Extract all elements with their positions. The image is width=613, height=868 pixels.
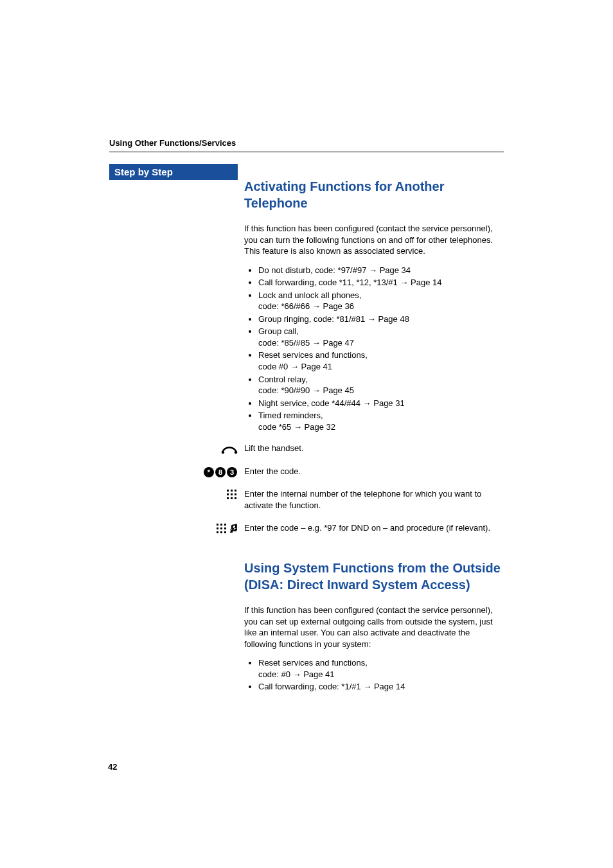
step-sidebar: Step by Step bbox=[109, 164, 238, 180]
section-heading-activating: Activating Functions for Another Telepho… bbox=[244, 178, 504, 211]
arrow-icon: → bbox=[312, 338, 323, 348]
svg-rect-8 bbox=[227, 497, 229, 499]
page-link[interactable]: Page 41 bbox=[303, 669, 334, 679]
svg-rect-14 bbox=[217, 527, 218, 529]
keypad-icon bbox=[180, 488, 238, 500]
svg-point-0 bbox=[222, 451, 224, 454]
section2-bullets: Reset services and functions, code: #0 →… bbox=[244, 657, 504, 693]
step-row: Enter the internal number of the telepho… bbox=[244, 488, 504, 511]
arrow-icon: → bbox=[363, 682, 374, 691]
svg-rect-7 bbox=[235, 493, 236, 495]
header-rule bbox=[109, 152, 504, 152]
arrow-icon: → bbox=[290, 362, 301, 371]
arrow-icon: → bbox=[369, 265, 380, 275]
svg-rect-5 bbox=[227, 493, 229, 495]
svg-rect-15 bbox=[220, 527, 222, 529]
arrow-icon: → bbox=[294, 422, 305, 432]
svg-rect-11 bbox=[217, 524, 218, 526]
svg-rect-18 bbox=[220, 531, 222, 533]
arrow-icon: → bbox=[312, 385, 323, 395]
svg-rect-12 bbox=[220, 524, 222, 526]
arrow-icon: → bbox=[368, 314, 378, 324]
list-item: Lock and unlock all phones, code: *66/#6… bbox=[258, 290, 504, 312]
page-link[interactable]: Page 36 bbox=[323, 301, 353, 311]
key-8-icon: 8 bbox=[215, 467, 226, 477]
key-star-icon: * bbox=[204, 467, 214, 477]
page-link[interactable]: Page 45 bbox=[323, 385, 353, 395]
document-page: Using Other Functions/Services Step by S… bbox=[0, 0, 613, 868]
arrow-icon: → bbox=[400, 278, 411, 287]
list-item: Reset services and functions, code #0 → … bbox=[258, 350, 504, 372]
svg-rect-4 bbox=[235, 490, 236, 492]
tone-icon bbox=[230, 524, 238, 534]
svg-rect-17 bbox=[217, 531, 218, 533]
list-item: Call forwarding, code: *1/#1 → Page 14 bbox=[258, 681, 504, 693]
page-number: 42 bbox=[108, 762, 117, 772]
keypad-tone-icon bbox=[180, 522, 238, 535]
svg-rect-3 bbox=[231, 490, 233, 492]
page-link[interactable]: Page 48 bbox=[378, 314, 409, 324]
code-star-8-3-icon: *83 bbox=[180, 466, 238, 477]
section1-intro: If this function has been configured (co… bbox=[244, 223, 504, 257]
step-text: Enter the code. bbox=[244, 466, 504, 477]
step-row: *83 Enter the code. bbox=[244, 466, 504, 477]
svg-rect-13 bbox=[224, 524, 226, 526]
svg-rect-6 bbox=[231, 493, 233, 495]
step-text: Lift the handset. bbox=[244, 443, 504, 454]
list-item: Control relay, code: *90/#90 → Page 45 bbox=[258, 374, 504, 396]
list-item: Group ringing, code: *81/#81 → Page 48 bbox=[258, 314, 504, 325]
page-link[interactable]: Page 14 bbox=[411, 278, 441, 287]
arrow-icon: → bbox=[293, 669, 304, 679]
list-item: Reset services and functions, code: #0 →… bbox=[258, 657, 504, 680]
svg-rect-16 bbox=[224, 527, 226, 529]
svg-rect-2 bbox=[227, 490, 229, 492]
section-heading-disa: Using System Functions from the Outside … bbox=[244, 560, 504, 593]
page-link[interactable]: Page 47 bbox=[323, 338, 353, 348]
list-item: Night service, code *44/#44 → Page 31 bbox=[258, 398, 504, 409]
svg-rect-10 bbox=[235, 497, 236, 499]
svg-rect-19 bbox=[224, 531, 226, 533]
page-link[interactable]: Page 41 bbox=[301, 362, 332, 371]
running-header: Using Other Functions/Services bbox=[109, 138, 504, 148]
page-link[interactable]: Page 32 bbox=[305, 422, 335, 432]
arrow-icon: → bbox=[363, 398, 374, 408]
main-content: Activating Functions for Another Telepho… bbox=[244, 178, 504, 693]
step-text: Enter the internal number of the telepho… bbox=[244, 488, 504, 511]
section1-bullets: Do not disturb, code: *97/#97 → Page 34 … bbox=[244, 265, 504, 433]
step-by-step-label: Step by Step bbox=[109, 164, 238, 180]
step-row: Lift the handset. bbox=[244, 443, 504, 454]
page-link[interactable]: Page 34 bbox=[380, 265, 411, 275]
list-item: Call forwarding, code *11, *12, *13/#1 →… bbox=[258, 277, 504, 288]
list-item: Timed reminders, code *65 → Page 32 bbox=[258, 410, 504, 432]
list-item: Group call, code: *85/#85 → Page 47 bbox=[258, 326, 504, 348]
step-row: Enter the code – e.g. *97 for DND on – a… bbox=[244, 522, 504, 534]
svg-rect-9 bbox=[231, 497, 233, 499]
key-3-icon: 3 bbox=[227, 467, 237, 477]
page-link[interactable]: Page 14 bbox=[374, 682, 405, 691]
arrow-icon: → bbox=[312, 301, 323, 311]
section2-intro: If this function has been configured (co… bbox=[244, 605, 504, 650]
svg-point-1 bbox=[235, 451, 237, 454]
list-item: Do not disturb, code: *97/#97 → Page 34 bbox=[258, 265, 504, 276]
page-link[interactable]: Page 31 bbox=[373, 398, 404, 408]
step-text: Enter the code – e.g. *97 for DND on – a… bbox=[244, 522, 504, 534]
lift-handset-icon bbox=[180, 443, 238, 455]
